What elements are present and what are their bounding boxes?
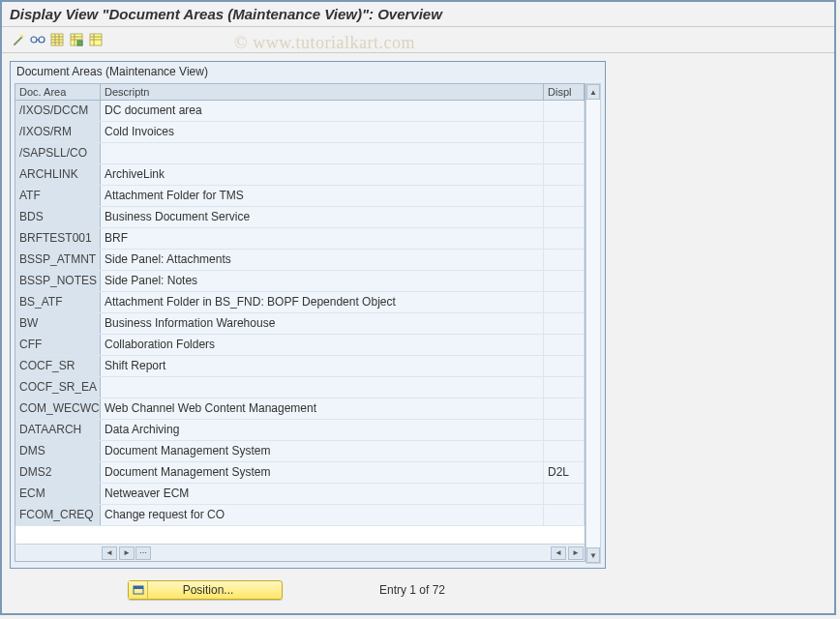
cell-doc-area[interactable]: /SAPSLL/CO	[15, 143, 101, 163]
cell-display[interactable]	[544, 271, 585, 291]
scroll-track[interactable]	[586, 100, 600, 547]
cell-display[interactable]	[544, 356, 585, 376]
cell-display[interactable]	[544, 505, 585, 525]
cell-description[interactable]: Side Panel: Attachments	[101, 250, 544, 270]
cell-doc-area[interactable]: DATAARCH	[15, 420, 101, 440]
svg-point-1	[23, 37, 25, 39]
cell-doc-area[interactable]: ECM	[15, 484, 101, 504]
cell-doc-area[interactable]: ARCHLINK	[15, 164, 101, 185]
cell-display[interactable]	[544, 250, 585, 270]
table-save-icon[interactable]	[68, 31, 85, 48]
table-row[interactable]: /SAPSLL/CO	[15, 143, 585, 164]
cell-description[interactable]: BRF	[101, 228, 544, 249]
position-button[interactable]: Position...	[128, 580, 283, 600]
cell-description[interactable]: Attachment Folder for TMS	[101, 186, 544, 206]
table-row[interactable]: COCF_SRShift Report	[15, 356, 585, 377]
scroll-right-button[interactable]: ►	[119, 546, 135, 560]
cell-description[interactable]: Collaboration Folders	[101, 335, 544, 355]
cell-description[interactable]: Business Document Service	[101, 207, 544, 227]
cell-doc-area[interactable]: DMS2	[15, 462, 101, 483]
cell-doc-area[interactable]: BSSP_NOTES	[15, 271, 101, 291]
table-row[interactable]: FCOM_CREQChange request for CO	[15, 505, 585, 526]
table-row[interactable]: DATAARCHData Archiving	[15, 420, 585, 441]
cell-description[interactable]: Business Information Warehouse	[101, 313, 544, 334]
cell-description[interactable]	[101, 377, 544, 398]
cell-doc-area[interactable]: FCOM_CREQ	[15, 505, 101, 525]
cell-doc-area[interactable]: COCF_SR	[15, 356, 101, 376]
table-view-icon[interactable]	[87, 31, 105, 48]
cell-doc-area[interactable]: ATF	[15, 186, 101, 206]
cell-display[interactable]	[544, 207, 585, 227]
col-description[interactable]: Descriptn	[101, 84, 544, 100]
scroll-left-end-button[interactable]: ◄	[551, 546, 566, 560]
scroll-left-button[interactable]: ◄	[102, 546, 117, 560]
cell-description[interactable]: Change request for CO	[101, 505, 544, 525]
scroll-up-button[interactable]: ▲	[586, 84, 600, 100]
cell-description[interactable]	[101, 143, 544, 163]
cell-display[interactable]	[544, 101, 585, 121]
cell-display[interactable]: D2L	[544, 462, 585, 483]
table-row[interactable]: CFFCollaboration Folders	[15, 335, 585, 356]
cell-description[interactable]: ArchiveLink	[101, 164, 544, 185]
cell-display[interactable]	[544, 377, 585, 398]
cell-display[interactable]	[544, 398, 585, 419]
cell-doc-area[interactable]: BRFTEST001	[15, 228, 101, 249]
cell-doc-area[interactable]: BS_ATF	[15, 292, 101, 312]
cell-display[interactable]	[544, 228, 585, 249]
scroll-down-button[interactable]: ▼	[586, 547, 600, 563]
table-icon[interactable]	[48, 31, 66, 48]
col-display[interactable]: Displ	[544, 84, 585, 100]
table-row[interactable]: ECMNetweaver ECM	[15, 484, 585, 505]
cell-display[interactable]	[544, 164, 585, 185]
cell-doc-area[interactable]: CFF	[15, 335, 101, 355]
table-row[interactable]: BS_ATFAttachment Folder in BS_FND: BOPF …	[15, 292, 585, 313]
table-row[interactable]: /IXOS/DCCMDC document area	[15, 101, 585, 122]
cell-doc-area[interactable]: BDS	[15, 207, 101, 227]
svg-point-3	[31, 37, 37, 43]
table-row[interactable]: ARCHLINKArchiveLink	[15, 164, 585, 186]
cell-display[interactable]	[544, 292, 585, 312]
cell-description[interactable]: Cold Invoices	[101, 122, 544, 142]
table-row[interactable]: BWBusiness Information Warehouse	[15, 313, 585, 335]
cell-display[interactable]	[544, 186, 585, 206]
cell-display[interactable]	[544, 441, 585, 461]
table-row[interactable]: BRFTEST001BRF	[15, 228, 585, 250]
cell-doc-area[interactable]: /IXOS/RM	[15, 122, 101, 142]
table-row[interactable]: BSSP_NOTESSide Panel: Notes	[15, 271, 585, 292]
col-doc-area[interactable]: Doc. Area	[15, 84, 101, 100]
cell-description[interactable]: Side Panel: Notes	[101, 271, 544, 291]
table-row[interactable]: ATFAttachment Folder for TMS	[15, 186, 585, 207]
glasses-icon[interactable]	[29, 31, 46, 48]
cell-display[interactable]	[544, 335, 585, 355]
cell-doc-area[interactable]: COCF_SR_EA	[15, 377, 101, 398]
table-row[interactable]: BSSP_ATMNTSide Panel: Attachments	[15, 250, 585, 271]
cell-display[interactable]	[544, 484, 585, 504]
cell-doc-area[interactable]: /IXOS/DCCM	[15, 101, 101, 121]
table-row[interactable]: DMS2Document Management SystemD2L	[15, 462, 585, 484]
cell-doc-area[interactable]: BSSP_ATMNT	[15, 250, 101, 270]
cell-description[interactable]: Data Archiving	[101, 420, 544, 440]
cell-description[interactable]: Netweaver ECM	[101, 484, 544, 504]
cell-description[interactable]: Web Channel Web Content Management	[101, 398, 544, 419]
cell-description[interactable]: Attachment Folder in BS_FND: BOPF Depend…	[101, 292, 544, 312]
cell-description[interactable]: Document Management System	[101, 462, 544, 483]
cell-doc-area[interactable]: COM_WECWCM	[15, 398, 101, 419]
cell-display[interactable]	[544, 122, 585, 142]
cell-display[interactable]	[544, 143, 585, 163]
table-row[interactable]: COCF_SR_EA	[15, 377, 585, 398]
vertical-scrollbar[interactable]: ▲ ▼	[585, 83, 601, 564]
cell-doc-area[interactable]: DMS	[15, 441, 101, 461]
cell-display[interactable]	[544, 313, 585, 334]
table-row[interactable]: /IXOS/RMCold Invoices	[15, 122, 585, 143]
cell-description[interactable]: Document Management System	[101, 441, 544, 461]
table-row[interactable]: COM_WECWCMWeb Channel Web Content Manage…	[15, 398, 585, 420]
cell-doc-area[interactable]: BW	[15, 313, 101, 334]
cell-description[interactable]: DC document area	[101, 101, 544, 121]
cell-display[interactable]	[544, 420, 585, 440]
wand-icon[interactable]	[10, 31, 27, 48]
table-row[interactable]: BDSBusiness Document Service	[15, 207, 585, 228]
table-row[interactable]: DMSDocument Management System	[15, 441, 585, 462]
scroll-right-end-button[interactable]: ►	[568, 546, 584, 560]
scroll-config-button[interactable]: ⋯	[135, 546, 151, 560]
cell-description[interactable]: Shift Report	[101, 356, 544, 376]
